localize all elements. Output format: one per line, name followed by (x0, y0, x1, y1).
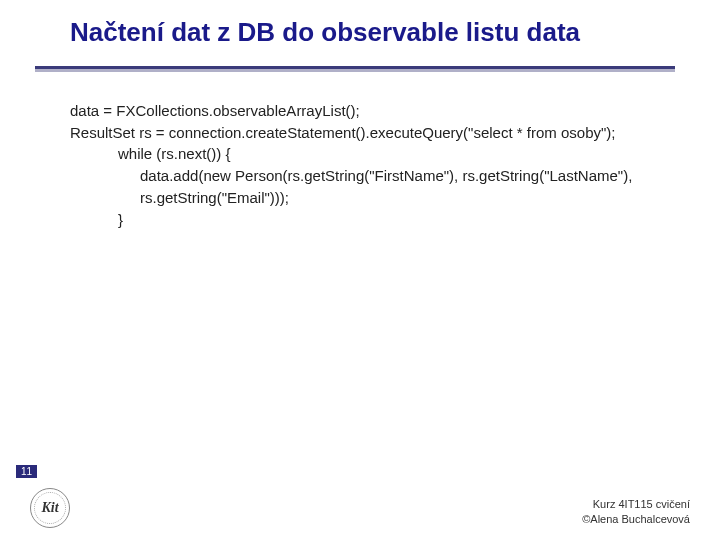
footer-author: ©Alena Buchalcevová (582, 512, 690, 526)
code-line: data = FXCollections.observableArrayList… (70, 100, 690, 122)
slide: Načtení dat z DB do observable listu dat… (0, 0, 720, 540)
title-area: Načtení dat z DB do observable listu dat… (0, 0, 720, 56)
logo-text: Kit (41, 500, 58, 516)
code-line: data.add(new Person(rs.getString("FirstN… (140, 167, 632, 206)
slide-title: Načtení dat z DB do observable listu dat… (70, 18, 720, 48)
code-line: while (rs.next()) { (70, 143, 690, 165)
code-line: ResultSet rs = connection.createStatemen… (70, 122, 690, 144)
logo-icon: Kit (30, 488, 70, 528)
footer: Kit Kurz 4IT115 cvičení ©Alena Buchalcev… (0, 486, 720, 532)
code-line: } (70, 209, 690, 231)
footer-text: Kurz 4IT115 cvičení ©Alena Buchalcevová (582, 497, 690, 526)
page-number: 11 (16, 465, 37, 478)
code-content: data = FXCollections.observableArrayList… (0, 72, 720, 231)
footer-course: Kurz 4IT115 cvičení (582, 497, 690, 511)
